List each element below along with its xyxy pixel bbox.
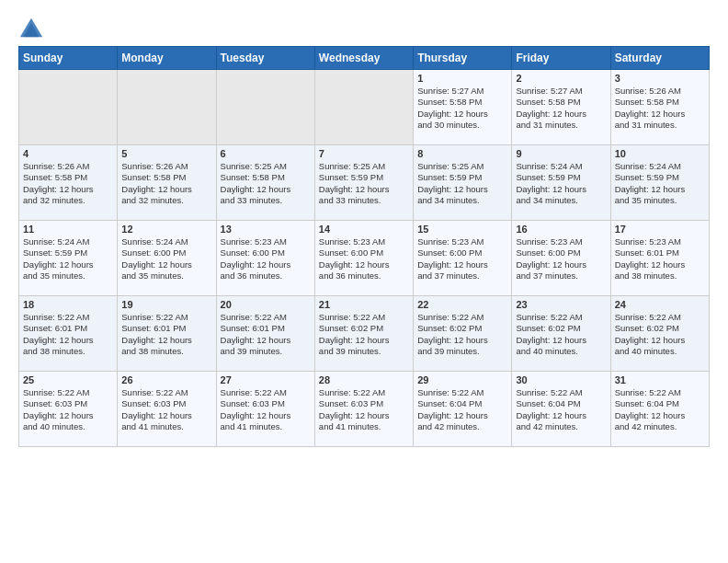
day-info-line: Sunrise: 5:22 AM [319, 312, 409, 323]
calendar-cell [216, 70, 314, 145]
day-info-line: Sunset: 5:58 PM [23, 172, 113, 183]
day-info-line: Sunrise: 5:25 AM [221, 161, 311, 172]
day-number: 31 [615, 374, 705, 385]
week-row-5: 25Sunrise: 5:22 AMSunset: 6:03 PMDayligh… [19, 372, 710, 447]
day-number: 26 [121, 374, 211, 385]
day-info-line: and 42 minutes. [615, 421, 705, 432]
day-info-line: and 32 minutes. [23, 195, 113, 206]
day-info-line: and 34 minutes. [516, 195, 606, 206]
calendar-cell: 22Sunrise: 5:22 AMSunset: 6:02 PMDayligh… [414, 296, 512, 372]
day-number: 30 [516, 374, 606, 385]
day-info-line: Sunrise: 5:22 AM [121, 387, 211, 398]
day-info-line: Sunrise: 5:23 AM [516, 236, 606, 247]
day-info-line: and 33 minutes. [221, 195, 311, 206]
day-info-line: Sunrise: 5:22 AM [319, 387, 409, 398]
day-number: 19 [121, 299, 211, 310]
day-number: 5 [121, 148, 211, 159]
day-info-line: and 37 minutes. [516, 270, 606, 282]
day-info-line: Sunset: 5:59 PM [417, 172, 507, 183]
day-number: 15 [417, 224, 507, 235]
day-info-line: Daylight: 12 hours [221, 259, 311, 270]
week-row-3: 11Sunrise: 5:24 AMSunset: 5:59 PMDayligh… [19, 221, 710, 296]
day-number: 22 [417, 299, 507, 310]
day-info-line: Sunset: 6:01 PM [221, 323, 311, 334]
day-info-line: Sunrise: 5:22 AM [417, 387, 507, 398]
day-info-line: Sunset: 6:02 PM [417, 323, 507, 334]
day-info-line: Daylight: 12 hours [615, 109, 705, 120]
calendar-cell: 12Sunrise: 5:24 AMSunset: 6:00 PMDayligh… [118, 221, 216, 296]
day-info-line: Daylight: 12 hours [417, 184, 507, 195]
day-info-line: Sunset: 6:02 PM [516, 323, 606, 334]
day-info-line: and 41 minutes. [221, 421, 311, 432]
day-info-line: Sunset: 5:58 PM [121, 172, 211, 183]
day-info-line: Sunset: 5:59 PM [319, 172, 409, 183]
day-info-line: Daylight: 12 hours [23, 184, 113, 195]
day-number: 17 [615, 224, 705, 235]
day-info-line: Sunset: 5:59 PM [23, 247, 113, 259]
day-info-line: and 39 minutes. [221, 346, 311, 357]
day-info-line: Sunrise: 5:22 AM [221, 312, 311, 323]
logo [18, 15, 48, 40]
day-info-line: and 31 minutes. [615, 120, 705, 131]
day-info-line: Daylight: 12 hours [221, 335, 311, 346]
day-number: 4 [23, 148, 113, 159]
calendar-cell: 9Sunrise: 5:24 AMSunset: 5:59 PMDaylight… [512, 145, 610, 221]
weekday-header-thursday: Thursday [414, 47, 512, 70]
day-info-line: Daylight: 12 hours [221, 410, 311, 421]
day-info-line: Sunset: 6:00 PM [221, 247, 311, 259]
weekday-header-wednesday: Wednesday [314, 47, 413, 70]
day-info-line: Sunset: 6:03 PM [221, 398, 311, 409]
day-info-line: Sunrise: 5:24 AM [516, 161, 606, 172]
day-number: 16 [516, 224, 606, 235]
day-info-line: Daylight: 12 hours [417, 109, 507, 120]
day-number: 12 [121, 224, 211, 235]
calendar-cell: 31Sunrise: 5:22 AMSunset: 6:04 PMDayligh… [610, 372, 709, 447]
calendar-cell: 16Sunrise: 5:23 AMSunset: 6:00 PMDayligh… [512, 221, 610, 296]
day-info-line: Sunrise: 5:26 AM [615, 86, 705, 97]
day-number: 21 [319, 299, 409, 310]
calendar-cell: 8Sunrise: 5:25 AMSunset: 5:59 PMDaylight… [414, 145, 512, 221]
calendar-cell [19, 70, 118, 145]
calendar-cell: 15Sunrise: 5:23 AMSunset: 6:00 PMDayligh… [414, 221, 512, 296]
day-info-line: Sunset: 6:00 PM [319, 247, 409, 259]
day-info-line: Daylight: 12 hours [121, 410, 211, 421]
week-row-1: 1Sunrise: 5:27 AMSunset: 5:58 PMDaylight… [19, 70, 710, 145]
day-number: 24 [615, 299, 705, 310]
calendar-header: SundayMondayTuesdayWednesdayThursdayFrid… [19, 47, 710, 70]
calendar-cell: 18Sunrise: 5:22 AMSunset: 6:01 PMDayligh… [19, 296, 118, 372]
day-number: 8 [417, 148, 507, 159]
day-info-line: Daylight: 12 hours [221, 184, 311, 195]
day-info-line: and 36 minutes. [319, 270, 409, 282]
day-info-line: and 39 minutes. [417, 346, 507, 357]
day-info-line: Sunset: 6:04 PM [417, 398, 507, 409]
day-info-line: Sunrise: 5:22 AM [121, 312, 211, 323]
day-info-line: Daylight: 12 hours [417, 335, 507, 346]
weekday-header-monday: Monday [118, 47, 216, 70]
day-info-line: Sunset: 6:04 PM [615, 398, 705, 409]
day-info-line: Daylight: 12 hours [516, 335, 606, 346]
weekday-header-sunday: Sunday [19, 47, 118, 70]
day-info-line: Sunrise: 5:22 AM [615, 312, 705, 323]
calendar-cell [118, 70, 216, 145]
day-number: 14 [319, 224, 409, 235]
header [18, 15, 710, 40]
day-info-line: and 40 minutes. [615, 346, 705, 357]
calendar-body: 1Sunrise: 5:27 AMSunset: 5:58 PMDaylight… [19, 70, 710, 447]
day-info-line: Sunset: 6:00 PM [121, 247, 211, 259]
day-info-line: Daylight: 12 hours [615, 259, 705, 270]
calendar-cell: 19Sunrise: 5:22 AMSunset: 6:01 PMDayligh… [118, 296, 216, 372]
day-info-line: and 34 minutes. [417, 195, 507, 206]
day-info-line: and 38 minutes. [121, 346, 211, 357]
day-info-line: and 37 minutes. [417, 270, 507, 282]
day-info-line: Sunset: 6:03 PM [23, 398, 113, 409]
day-info-line: Sunrise: 5:25 AM [319, 161, 409, 172]
page: SundayMondayTuesdayWednesdayThursdayFrid… [0, 0, 728, 456]
day-info-line: Sunrise: 5:24 AM [23, 236, 113, 247]
day-number: 27 [221, 374, 311, 385]
day-number: 1 [417, 73, 507, 84]
day-info-line: Daylight: 12 hours [615, 410, 705, 421]
day-info-line: Daylight: 12 hours [23, 335, 113, 346]
day-info-line: Sunrise: 5:26 AM [23, 161, 113, 172]
day-number: 23 [516, 299, 606, 310]
day-info-line: Sunset: 6:01 PM [615, 247, 705, 259]
